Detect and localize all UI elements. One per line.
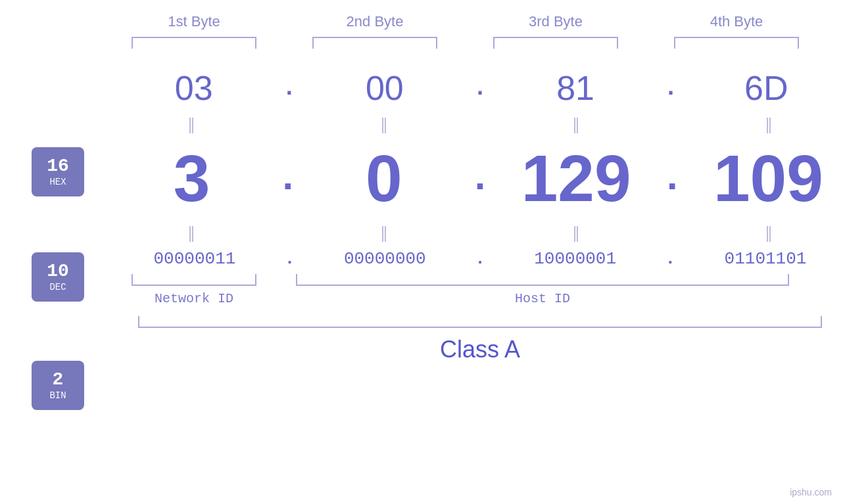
bin-val-4: 01101101 bbox=[703, 249, 828, 269]
bin-val-2: 00000000 bbox=[322, 249, 447, 269]
dot-dec-3: . bbox=[660, 156, 684, 201]
byte1-label: 1st Byte bbox=[122, 13, 266, 30]
equals-row-1: ‖ ‖ ‖ ‖ bbox=[118, 108, 842, 141]
hex-row: 03 . 00 . 81 . 6D bbox=[118, 68, 842, 108]
bracket-top-2 bbox=[312, 37, 437, 49]
hex-num: 16 bbox=[47, 157, 69, 175]
host-bracket bbox=[296, 274, 789, 286]
network-id-label: Network ID bbox=[155, 291, 233, 306]
bin-val-1: 00000011 bbox=[132, 249, 257, 269]
bin-row: 00000011 . 00000000 . 10000001 . 0110110… bbox=[118, 249, 842, 269]
hex-val-2: 00 bbox=[322, 68, 447, 108]
eq2: ‖ bbox=[322, 115, 447, 133]
byte3-label: 3rd Byte bbox=[483, 13, 628, 30]
byte4-label: 4th Byte bbox=[664, 13, 809, 30]
dot-bin-1: . bbox=[285, 249, 295, 269]
bracket-top-4 bbox=[674, 37, 799, 49]
host-id-label: Host ID bbox=[515, 291, 570, 306]
dec-row: 3 . 0 . 129 . 109 bbox=[118, 141, 842, 216]
host-id-area: Host ID bbox=[296, 274, 789, 306]
bin-text: BIN bbox=[49, 390, 66, 401]
dot-bin-2: . bbox=[475, 249, 485, 269]
id-brackets-row: Network ID Host ID bbox=[118, 274, 842, 306]
dot-hex-3: . bbox=[664, 75, 678, 102]
hex-text: HEX bbox=[49, 177, 66, 187]
bin-label-box: 2 BIN bbox=[32, 361, 84, 410]
bin-num: 2 bbox=[53, 371, 64, 389]
network-bracket bbox=[132, 274, 256, 286]
network-id-area: Network ID bbox=[118, 274, 270, 306]
eq6: ‖ bbox=[322, 223, 447, 242]
hex-val-3: 81 bbox=[513, 68, 638, 108]
dec-val-3: 129 bbox=[514, 141, 639, 216]
rows-area: 16 HEX 03 . 00 . 81 . 6D ‖ ‖ ‖ ‖ 10 DEC bbox=[0, 62, 845, 504]
dot-hex-2: . bbox=[473, 75, 487, 102]
eq8: ‖ bbox=[706, 223, 831, 242]
hex-val-4: 6D bbox=[704, 68, 829, 108]
bracket-tops bbox=[104, 37, 827, 49]
class-label: Class A bbox=[440, 336, 520, 363]
bracket-top-1 bbox=[132, 37, 256, 49]
eq5: ‖ bbox=[129, 223, 254, 242]
dot-hex-1: . bbox=[282, 75, 297, 102]
eq1: ‖ bbox=[129, 115, 254, 133]
watermark: ipshu.com bbox=[790, 487, 832, 497]
equals-row-2: ‖ ‖ ‖ ‖ bbox=[118, 216, 842, 249]
dec-label-box: 10 DEC bbox=[32, 252, 84, 302]
dec-text: DEC bbox=[49, 282, 66, 292]
main-container: 1st Byte 2nd Byte 3rd Byte 4th Byte 16 H… bbox=[0, 0, 845, 504]
dec-val-2: 0 bbox=[322, 141, 447, 216]
byte2-label: 2nd Byte bbox=[302, 13, 447, 30]
dot-dec-1: . bbox=[276, 156, 300, 201]
dec-val-1: 3 bbox=[130, 141, 254, 216]
bin-val-3: 10000001 bbox=[513, 249, 638, 269]
bracket-top-3 bbox=[493, 37, 618, 49]
dec-num: 10 bbox=[47, 262, 69, 281]
byte-headers: 1st Byte 2nd Byte 3rd Byte 4th Byte bbox=[104, 13, 827, 30]
eq4: ‖ bbox=[706, 115, 831, 133]
dot-dec-2: . bbox=[468, 156, 492, 201]
class-area: Class A bbox=[118, 316, 842, 363]
hex-label-box: 16 HEX bbox=[32, 147, 84, 196]
hex-val-1: 03 bbox=[132, 68, 256, 108]
eq3: ‖ bbox=[514, 115, 639, 133]
class-bracket bbox=[138, 316, 822, 328]
eq7: ‖ bbox=[514, 223, 639, 242]
dec-val-4: 109 bbox=[706, 141, 831, 216]
dot-bin-3: . bbox=[665, 249, 676, 269]
